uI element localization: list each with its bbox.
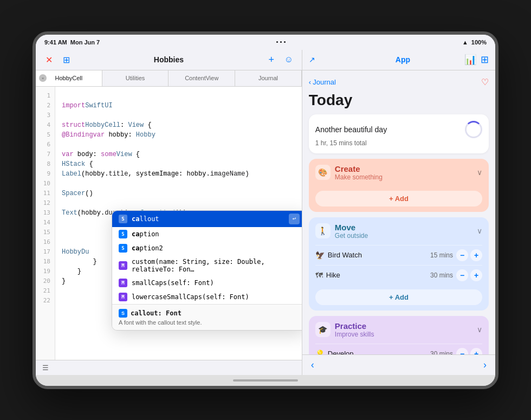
battery-display: 100% — [471, 39, 487, 46]
ac-badge-m1: M — [119, 261, 127, 270]
move-add-button[interactable]: + Add — [315, 289, 482, 305]
ac-text-smallcaps: smallCaps(self: Font) — [132, 279, 214, 287]
xcode-title: Hobbies — [77, 55, 261, 64]
tab-contentview[interactable]: ContentView — [169, 70, 235, 86]
entry-card[interactable]: Another beautiful day 1 hr, 15 mins tota… — [309, 114, 489, 153]
sidebar-toggle-button[interactable]: ⊞ — [60, 53, 73, 66]
emoji-button[interactable]: ☺ — [282, 53, 295, 66]
back-label: Journal — [313, 78, 336, 86]
ac-item-caption[interactable]: S caption — [112, 227, 302, 241]
code-line-5: @Binding var hobby: Hobby — [62, 130, 295, 140]
activity-birdwatch-left: 🦅 Bird Watch — [315, 251, 362, 260]
birdwatch-decrement-button[interactable]: − — [456, 249, 468, 261]
practice-subtitle: Improve skills — [335, 331, 374, 338]
develop-icon: 💡 — [315, 350, 325, 354]
nav-prev-button[interactable]: ‹ — [311, 359, 314, 371]
code-line-1 — [62, 91, 295, 101]
code-line-11: Spacer() — [62, 189, 295, 198]
bar-chart-icon[interactable]: 📊 — [464, 54, 476, 66]
close-button[interactable]: ✕ — [42, 53, 55, 66]
home-indicator — [36, 375, 495, 386]
loading-spinner — [465, 121, 482, 138]
ac-item-custom[interactable]: M custom(name: String, size: Double, rel… — [112, 255, 302, 276]
ac-item-callout[interactable]: S callout ↩ — [112, 211, 302, 227]
status-center — [276, 41, 286, 43]
ac-item-caption2[interactable]: S caption2 — [112, 241, 302, 255]
heart-icon[interactable]: ♡ — [481, 77, 489, 87]
hike-stepper: − + — [456, 269, 482, 281]
ac-badge-m3: M — [119, 293, 127, 301]
dot3 — [284, 41, 286, 43]
develop-decrement-button[interactable]: − — [456, 348, 468, 354]
autocomplete-list: S callout ↩ S caption S caption2 — [112, 211, 302, 304]
line-numbers: 12345 678910 1112131415 1617181920 2122 — [36, 87, 55, 360]
status-bar: 9:41 AM Mon Jun 7 ▲ 100% — [36, 35, 495, 50]
develop-increment-button[interactable]: + — [470, 348, 482, 354]
activity-hike-left: 🗺 Hike — [315, 271, 340, 280]
ac-text-custom: custom(name: String, size: Double, relat… — [132, 258, 300, 273]
birdwatch-name: Bird Watch — [328, 251, 362, 259]
nav-next-button[interactable]: › — [483, 359, 487, 371]
tab-utilities[interactable]: Utilities — [102, 70, 169, 86]
tab-hobbycell[interactable]: × HobbyCell — [36, 70, 102, 86]
category-move-header[interactable]: 🚶 Move Get outside ∨ — [309, 217, 489, 245]
back-link[interactable]: ‹ Journal ♡ — [309, 77, 489, 87]
develop-time: 30 mins — [430, 350, 453, 354]
category-create-header-left: 🎨 Create Make something — [315, 164, 383, 181]
app-label: App — [396, 55, 410, 64]
practice-icon: 🎓 — [315, 322, 331, 337]
code-line-6 — [62, 140, 295, 150]
category-create: 🎨 Create Make something ∨ + Add — [309, 159, 489, 212]
ac-text-lowercase: lowercaseSmallCaps(self: Font) — [132, 293, 249, 301]
hike-time: 30 mins — [430, 272, 453, 279]
category-practice: 🎓 Practice Improve skills ∨ 💡 — [309, 316, 489, 354]
code-line-8: HStack { — [62, 159, 295, 169]
category-move: 🚶 Move Get outside ∨ 🦅 Bird W — [309, 217, 489, 311]
ac-doc-desc: A font with the callout text style. — [119, 319, 300, 326]
hike-increment-button[interactable]: + — [470, 269, 482, 281]
hike-decrement-button[interactable]: − — [456, 269, 468, 281]
add-file-button[interactable]: + — [265, 53, 278, 66]
move-subtitle: Get outside — [335, 232, 368, 240]
code-line-10 — [62, 179, 295, 189]
activity-row-birdwatch[interactable]: 🦅 Bird Watch 15 mins − + — [315, 245, 482, 265]
ac-item-lowercase[interactable]: M lowercaseSmallCaps(self: Font) — [112, 290, 302, 304]
xcode-toolbar-actions: + ☺ — [265, 53, 295, 66]
category-move-header-left: 🚶 Move Get outside — [315, 223, 368, 240]
birdwatch-time: 15 mins — [430, 251, 453, 259]
journal-content: ‹ Journal ♡ Today Another beautiful day … — [302, 70, 495, 354]
tab-close-icon[interactable]: × — [39, 74, 47, 82]
journal-day-title: Today — [309, 92, 489, 109]
ac-doc-title: callout: Font — [131, 309, 182, 317]
create-add-button[interactable]: + Add — [315, 191, 482, 206]
entry-header: Another beautiful day — [315, 121, 482, 138]
tab-journal[interactable]: Journal — [235, 70, 302, 86]
category-practice-header[interactable]: 🎓 Practice Improve skills ∨ — [309, 316, 489, 344]
activity-row-hike[interactable]: 🗺 Hike 30 mins − + — [315, 265, 482, 285]
ac-text-caption2: caption2 — [132, 244, 163, 252]
ac-text-callout: callout — [132, 215, 159, 223]
journal-toolbar-icons: 📊 ⊞ — [464, 54, 489, 66]
birdwatch-increment-button[interactable]: + — [470, 249, 482, 261]
xcode-toolbar: ✕ ⊞ Hobbies + ☺ — [36, 50, 302, 70]
move-icon: 🚶 — [315, 223, 331, 238]
ac-badge-s3: S — [119, 244, 127, 253]
journal-toolbar: ↗ App 📊 ⊞ — [302, 50, 495, 70]
activity-row-develop[interactable]: 💡 Develop 30 mins − + — [315, 344, 482, 354]
ac-doc-badge-row: S callout: Font — [119, 309, 300, 318]
activity-develop-left: 💡 Develop — [315, 350, 354, 354]
create-subtitle: Make something — [335, 173, 383, 181]
grid-icon[interactable]: ⊞ — [481, 54, 489, 66]
ac-badge-s2: S — [119, 230, 127, 238]
dot2 — [280, 41, 282, 43]
category-create-header[interactable]: 🎨 Create Make something ∨ — [309, 159, 489, 186]
code-line-2: import SwiftUI — [62, 101, 295, 111]
ac-text-caption: caption — [132, 230, 159, 238]
develop-name: Develop — [328, 350, 354, 354]
ac-return-icon: ↩ — [289, 214, 300, 224]
ac-item-smallcaps[interactable]: M smallCaps(self: Font) — [112, 276, 302, 290]
code-line-4: struct HobbyCell: View { — [62, 120, 295, 130]
practice-title-group: Practice Improve skills — [335, 321, 374, 338]
tabs-bar: × HobbyCell Utilities ContentView Journa… — [36, 70, 302, 87]
code-area: 12345 678910 1112131415 1617181920 2122 … — [36, 87, 302, 360]
